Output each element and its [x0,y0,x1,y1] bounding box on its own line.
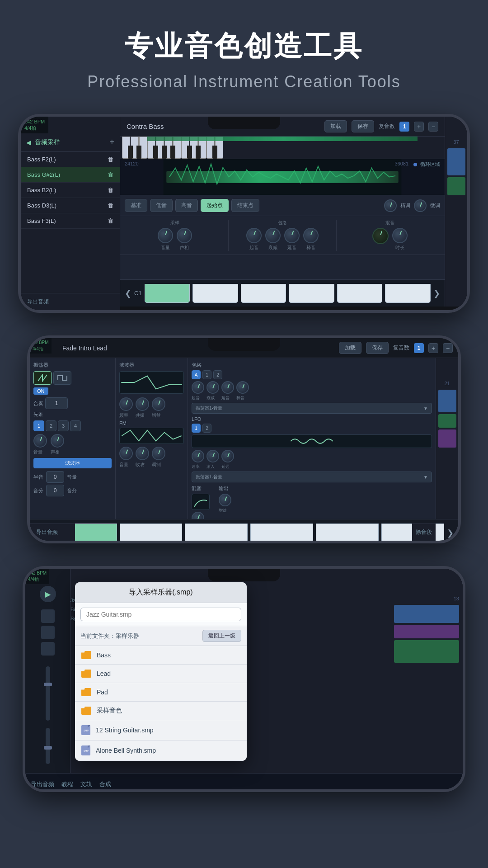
sustain-knob[interactable] [284,228,300,243]
tab-high[interactable]: 高音 [175,199,198,212]
keyboard-key[interactable] [337,284,383,303]
folder-item-pad[interactable]: Pad [75,683,247,702]
micro-tune-knob[interactable] [414,199,427,212]
keyboard-key[interactable] [316,524,379,542]
keyboard-right-nav-2[interactable]: ❯ [447,528,454,538]
mod-destination-1[interactable]: 振荡器1-音量 ▼ [192,403,432,414]
sidebar-icon-3[interactable] [41,642,55,656]
tab-end[interactable]: 结束点 [231,199,259,212]
piano-key-black[interactable] [212,146,217,159]
env-release-knob[interactable] [236,381,249,394]
polyphony-increase[interactable]: + [414,122,424,132]
freq-knob[interactable] [119,397,133,411]
folder-item-samples[interactable]: 采样音色 [75,702,247,720]
sidebar-icon-1[interactable] [41,609,55,623]
fm-attack-knob[interactable] [136,447,149,460]
piano-key-black[interactable] [187,146,192,159]
volume-knob[interactable] [158,228,173,243]
mix-btn[interactable]: 合成 [99,780,111,788]
fine-tune-knob[interactable] [384,199,397,212]
gain-knob[interactable] [152,397,165,411]
lfo-tab-1[interactable]: 1 [192,424,201,433]
wave-saw[interactable] [33,371,52,385]
filter-button[interactable]: 滤波器 [33,458,112,468]
reverb-time-knob[interactable] [392,228,408,243]
trash-icon[interactable]: 🗑 [108,187,113,193]
trash-icon[interactable]: 🗑 [108,217,113,224]
env-sustain-knob[interactable] [221,381,234,394]
pan-handle[interactable] [44,746,52,750]
osc-pan-knob[interactable] [51,434,64,448]
list-item[interactable]: Bass D3(L) 🗑 [21,198,120,213]
list-item[interactable]: Bass G#2(L) 🗑 [21,167,120,183]
piano-key-black[interactable] [128,146,133,159]
release-knob[interactable] [303,228,319,243]
polyphony-decrease[interactable]: − [428,122,438,132]
folder-item-lead[interactable]: Lead [75,665,247,683]
env-tab-1[interactable]: 1 [202,370,211,379]
keyboard-key[interactable] [385,284,431,303]
list-item[interactable]: Bass F2(L) 🗑 [21,152,120,167]
trash-icon[interactable]: 🗑 [108,156,113,163]
save-button[interactable]: 保存 [352,120,374,132]
tab-basic[interactable]: 基准 [125,199,147,212]
on-indicator[interactable]: ON [33,387,48,395]
decay-knob[interactable] [265,228,281,243]
keyboard-right-nav[interactable]: ❯ [433,288,440,298]
lfo-attack-knob[interactable] [206,450,219,462]
keyboard-key[interactable] [120,524,183,542]
tab-start[interactable]: 起始点 [201,199,229,212]
sidebar-icon-2[interactable] [41,626,55,639]
tab-low[interactable]: 低音 [150,199,173,212]
piano-key-black[interactable] [196,146,201,159]
trash-icon[interactable]: 🗑 [108,171,113,178]
osc-tab-4[interactable]: 4 [70,420,81,431]
mod-destination-2[interactable]: 振荡器1-音量 ▼ [192,472,432,482]
env-tab-2[interactable]: 2 [213,370,222,379]
output-gain-knob[interactable] [219,494,231,506]
keyboard-key[interactable] [145,284,190,303]
list-item[interactable]: Bass B2(L) 🗑 [21,183,120,198]
folder-item-bass[interactable]: Bass [75,646,247,665]
osc-tab-1[interactable]: 1 [33,420,44,431]
lfo-rate-knob[interactable] [192,450,204,462]
save-button[interactable]: 保存 [366,342,389,354]
volume-fader[interactable] [46,666,50,721]
semitone-value[interactable]: 0 [46,471,64,483]
env-decay-knob[interactable] [206,381,219,394]
pan-fader[interactable] [46,728,50,764]
fm-vol-knob[interactable] [119,447,133,460]
osc-tab-3[interactable]: 3 [58,420,69,431]
list-item[interactable]: Bass F3(L) 🗑 [21,213,120,229]
keyboard-key[interactable] [250,524,313,542]
attack-knob[interactable] [246,228,262,243]
env-tab-a[interactable]: A [192,370,201,379]
cents-value[interactable]: 0 [46,485,64,496]
export-btn-2[interactable]: 导出音频 [30,524,75,541]
piano-key-black[interactable] [162,146,167,159]
wave-square[interactable] [53,371,71,385]
fader-handle[interactable] [44,683,52,686]
osc-tab-2[interactable]: 2 [46,420,56,431]
back-button[interactable]: 返回上一级 [202,630,241,642]
fm-tune-knob[interactable] [152,447,165,460]
tracks-btn[interactable]: 文轨 [80,780,92,788]
piano-key-black[interactable] [136,146,141,159]
polyphony-increase[interactable]: + [428,343,438,353]
osc-volume-knob[interactable] [33,434,47,448]
voice-stepper[interactable]: 1 [45,397,68,409]
resonance-knob[interactable] [136,397,149,411]
play-button[interactable]: ▶ [40,586,56,602]
export-btn-3[interactable]: 导出音频 [31,780,54,788]
load-button[interactable]: 加载 [339,342,361,354]
lfo-delay-knob[interactable] [221,450,234,462]
trash-icon[interactable]: 🗑 [108,202,113,209]
lfo-tab-2[interactable]: 2 [202,424,211,433]
keyboard-left-nav[interactable]: ❮ [125,288,131,298]
remove-segment-btn[interactable]: 除音段 [412,524,436,541]
piano-key-black[interactable] [153,146,158,159]
piano-key-black[interactable] [170,146,175,159]
reverb-time-knob2[interactable] [192,512,204,519]
polyphony-decrease[interactable]: − [443,343,453,353]
keyboard-key[interactable] [192,284,238,303]
